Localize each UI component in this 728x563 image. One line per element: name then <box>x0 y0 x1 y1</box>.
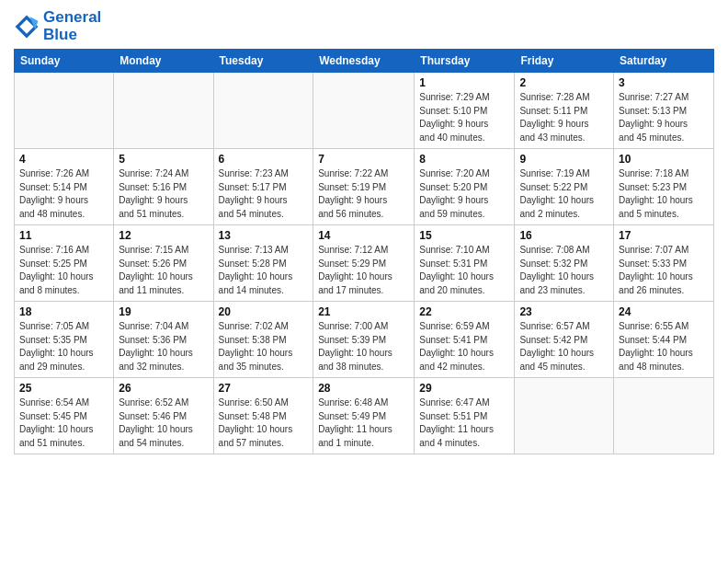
day-number: 10 <box>619 153 709 166</box>
day-number: 22 <box>419 305 509 318</box>
calendar-cell: 21Sunrise: 7:00 AM Sunset: 5:39 PM Dayli… <box>313 302 415 378</box>
calendar-cell <box>15 73 114 149</box>
day-info: Sunrise: 7:13 AM Sunset: 5:28 PM Dayligh… <box>219 244 309 297</box>
calendar-cell: 22Sunrise: 6:59 AM Sunset: 5:41 PM Dayli… <box>415 302 515 378</box>
week-row-5: 25Sunrise: 6:54 AM Sunset: 5:45 PM Dayli… <box>15 378 714 454</box>
calendar-cell: 14Sunrise: 7:12 AM Sunset: 5:29 PM Dayli… <box>313 225 415 302</box>
day-number: 19 <box>119 305 208 318</box>
calendar-cell: 29Sunrise: 6:47 AM Sunset: 5:51 PM Dayli… <box>415 378 515 454</box>
day-number: 25 <box>19 382 108 395</box>
weekday-header-thursday: Thursday <box>415 50 515 73</box>
page-container: General Blue SundayMondayTuesdayWednesda… <box>0 0 728 464</box>
day-info: Sunrise: 6:50 AM Sunset: 5:48 PM Dayligh… <box>219 396 309 450</box>
calendar-cell: 24Sunrise: 6:55 AM Sunset: 5:44 PM Dayli… <box>614 302 714 378</box>
calendar: SundayMondayTuesdayWednesdayThursdayFrid… <box>14 49 714 454</box>
weekday-header-friday: Friday <box>515 50 614 73</box>
calendar-cell: 10Sunrise: 7:18 AM Sunset: 5:23 PM Dayli… <box>614 149 714 225</box>
day-info: Sunrise: 7:23 AM Sunset: 5:17 PM Dayligh… <box>219 167 309 221</box>
day-number: 2 <box>519 76 609 89</box>
calendar-cell: 1Sunrise: 7:29 AM Sunset: 5:10 PM Daylig… <box>415 73 515 149</box>
day-info: Sunrise: 7:15 AM Sunset: 5:26 PM Dayligh… <box>119 244 208 297</box>
day-number: 28 <box>318 382 409 395</box>
day-info: Sunrise: 6:57 AM Sunset: 5:42 PM Dayligh… <box>519 320 609 373</box>
calendar-cell: 17Sunrise: 7:07 AM Sunset: 5:33 PM Dayli… <box>614 225 714 302</box>
calendar-cell: 13Sunrise: 7:13 AM Sunset: 5:28 PM Dayli… <box>213 225 313 302</box>
calendar-cell: 9Sunrise: 7:19 AM Sunset: 5:22 PM Daylig… <box>515 149 614 225</box>
day-info: Sunrise: 7:22 AM Sunset: 5:19 PM Dayligh… <box>318 167 409 221</box>
calendar-cell: 12Sunrise: 7:15 AM Sunset: 5:26 PM Dayli… <box>114 225 213 302</box>
day-number: 6 <box>219 153 309 166</box>
day-number: 14 <box>318 229 409 242</box>
day-info: Sunrise: 7:02 AM Sunset: 5:38 PM Dayligh… <box>219 320 309 373</box>
day-info: Sunrise: 7:18 AM Sunset: 5:23 PM Dayligh… <box>619 167 709 221</box>
day-info: Sunrise: 7:16 AM Sunset: 5:25 PM Dayligh… <box>19 244 108 297</box>
day-number: 24 <box>619 305 709 318</box>
week-row-4: 18Sunrise: 7:05 AM Sunset: 5:35 PM Dayli… <box>15 302 714 378</box>
weekday-header-sunday: Sunday <box>15 50 114 73</box>
day-number: 7 <box>318 153 409 166</box>
day-number: 20 <box>219 305 309 318</box>
calendar-cell: 2Sunrise: 7:28 AM Sunset: 5:11 PM Daylig… <box>515 73 614 149</box>
day-info: Sunrise: 6:48 AM Sunset: 5:49 PM Dayligh… <box>318 396 409 450</box>
weekday-header-row: SundayMondayTuesdayWednesdayThursdayFrid… <box>15 50 714 73</box>
calendar-cell: 23Sunrise: 6:57 AM Sunset: 5:42 PM Dayli… <box>515 302 614 378</box>
logo-icon <box>14 14 40 40</box>
day-number: 4 <box>19 153 108 166</box>
calendar-cell: 19Sunrise: 7:04 AM Sunset: 5:36 PM Dayli… <box>114 302 213 378</box>
day-info: Sunrise: 7:24 AM Sunset: 5:16 PM Dayligh… <box>119 167 208 221</box>
day-number: 15 <box>419 229 509 242</box>
week-row-2: 4Sunrise: 7:26 AM Sunset: 5:14 PM Daylig… <box>15 149 714 225</box>
calendar-cell: 16Sunrise: 7:08 AM Sunset: 5:32 PM Dayli… <box>515 225 614 302</box>
calendar-cell: 26Sunrise: 6:52 AM Sunset: 5:46 PM Dayli… <box>114 378 213 454</box>
calendar-cell: 8Sunrise: 7:20 AM Sunset: 5:20 PM Daylig… <box>415 149 515 225</box>
logo-text: General Blue <box>43 9 101 43</box>
calendar-cell: 3Sunrise: 7:27 AM Sunset: 5:13 PM Daylig… <box>614 73 714 149</box>
day-info: Sunrise: 6:47 AM Sunset: 5:51 PM Dayligh… <box>419 396 509 450</box>
calendar-cell: 25Sunrise: 6:54 AM Sunset: 5:45 PM Dayli… <box>15 378 114 454</box>
calendar-cell: 4Sunrise: 7:26 AM Sunset: 5:14 PM Daylig… <box>15 149 114 225</box>
day-number: 23 <box>519 305 609 318</box>
calendar-cell <box>515 378 614 454</box>
day-number: 11 <box>19 229 108 242</box>
week-row-1: 1Sunrise: 7:29 AM Sunset: 5:10 PM Daylig… <box>15 73 714 149</box>
day-info: Sunrise: 7:10 AM Sunset: 5:31 PM Dayligh… <box>419 244 509 297</box>
day-number: 17 <box>619 229 709 242</box>
day-number: 29 <box>419 382 509 395</box>
week-row-3: 11Sunrise: 7:16 AM Sunset: 5:25 PM Dayli… <box>15 225 714 302</box>
day-info: Sunrise: 6:55 AM Sunset: 5:44 PM Dayligh… <box>619 320 709 373</box>
day-info: Sunrise: 6:54 AM Sunset: 5:45 PM Dayligh… <box>19 396 108 450</box>
day-number: 21 <box>318 305 409 318</box>
calendar-cell: 15Sunrise: 7:10 AM Sunset: 5:31 PM Dayli… <box>415 225 515 302</box>
day-info: Sunrise: 7:07 AM Sunset: 5:33 PM Dayligh… <box>619 244 709 297</box>
calendar-cell: 11Sunrise: 7:16 AM Sunset: 5:25 PM Dayli… <box>15 225 114 302</box>
day-info: Sunrise: 6:52 AM Sunset: 5:46 PM Dayligh… <box>119 396 208 450</box>
day-info: Sunrise: 7:12 AM Sunset: 5:29 PM Dayligh… <box>318 244 409 297</box>
day-number: 9 <box>519 153 609 166</box>
day-number: 26 <box>119 382 208 395</box>
weekday-header-monday: Monday <box>114 50 213 73</box>
calendar-cell: 18Sunrise: 7:05 AM Sunset: 5:35 PM Dayli… <box>15 302 114 378</box>
day-info: Sunrise: 7:27 AM Sunset: 5:13 PM Dayligh… <box>619 91 709 144</box>
day-number: 5 <box>119 153 208 166</box>
header: General Blue <box>14 9 714 43</box>
day-number: 27 <box>219 382 309 395</box>
day-number: 13 <box>219 229 309 242</box>
calendar-cell <box>614 378 714 454</box>
calendar-cell: 27Sunrise: 6:50 AM Sunset: 5:48 PM Dayli… <box>213 378 313 454</box>
calendar-cell: 6Sunrise: 7:23 AM Sunset: 5:17 PM Daylig… <box>213 149 313 225</box>
calendar-cell: 20Sunrise: 7:02 AM Sunset: 5:38 PM Dayli… <box>213 302 313 378</box>
calendar-cell: 28Sunrise: 6:48 AM Sunset: 5:49 PM Dayli… <box>313 378 415 454</box>
day-info: Sunrise: 7:28 AM Sunset: 5:11 PM Dayligh… <box>519 91 609 144</box>
day-info: Sunrise: 7:04 AM Sunset: 5:36 PM Dayligh… <box>119 320 208 373</box>
calendar-cell <box>213 73 313 149</box>
day-number: 18 <box>19 305 108 318</box>
day-info: Sunrise: 7:20 AM Sunset: 5:20 PM Dayligh… <box>419 167 509 221</box>
day-info: Sunrise: 7:29 AM Sunset: 5:10 PM Dayligh… <box>419 91 509 144</box>
day-number: 12 <box>119 229 208 242</box>
day-info: Sunrise: 6:59 AM Sunset: 5:41 PM Dayligh… <box>419 320 509 373</box>
day-info: Sunrise: 7:08 AM Sunset: 5:32 PM Dayligh… <box>519 244 609 297</box>
day-info: Sunrise: 7:19 AM Sunset: 5:22 PM Dayligh… <box>519 167 609 221</box>
day-info: Sunrise: 7:05 AM Sunset: 5:35 PM Dayligh… <box>19 320 108 373</box>
day-info: Sunrise: 7:00 AM Sunset: 5:39 PM Dayligh… <box>318 320 409 373</box>
logo: General Blue <box>14 9 101 43</box>
